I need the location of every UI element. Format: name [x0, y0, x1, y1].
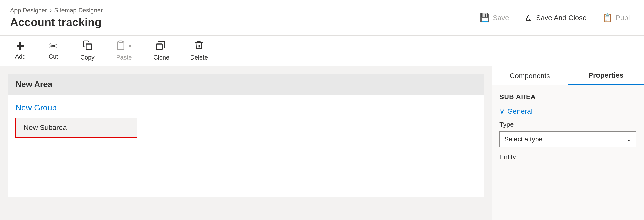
svg-rect-2 [157, 44, 162, 50]
publish-label: Publ [616, 14, 630, 22]
tab-components[interactable]: Components [492, 66, 568, 85]
save-close-icon: 🖨 [525, 13, 533, 22]
paste-button[interactable]: ▼ Paste [111, 39, 137, 63]
group-title[interactable]: New Group [15, 103, 476, 112]
clone-icon [156, 40, 166, 52]
tab-properties-label: Properties [588, 71, 624, 79]
area-header[interactable]: New Area [8, 74, 484, 95]
breadcrumb-part1[interactable]: App Designer [10, 7, 47, 14]
tab-components-label: Components [510, 72, 550, 80]
publish-icon: 📋 [602, 13, 612, 23]
publish-button[interactable]: 📋 Publ [598, 11, 634, 25]
right-panel: Components Properties SUB AREA ∨ General… [492, 66, 644, 220]
paste-icon [116, 40, 126, 52]
save-label: Save [493, 14, 509, 22]
area-title: New Area [15, 80, 52, 89]
cut-label: Cut [49, 53, 58, 60]
copy-label: Copy [80, 54, 95, 61]
tab-properties[interactable]: Properties [568, 66, 644, 85]
subarea-label: New Subarea [24, 124, 67, 131]
type-field-label: Type [499, 121, 636, 128]
general-label: General [507, 107, 533, 115]
save-button[interactable]: 💾 Save [476, 11, 513, 25]
copy-button[interactable]: Copy [76, 39, 99, 63]
subarea-item[interactable]: New Subarea [15, 118, 137, 138]
general-toggle[interactable]: ∨ General [499, 107, 533, 115]
area-body: New Group New Subarea [8, 95, 484, 197]
dropdown-arrow-icon: ⌄ [626, 136, 632, 143]
paste-dropdown-arrow[interactable]: ▼ [127, 43, 132, 49]
page-title: Account tracking [10, 16, 103, 29]
copy-icon [82, 40, 92, 52]
main-content: New Area New Group New Subarea Component… [0, 66, 644, 220]
save-and-close-button[interactable]: 🖨 Save And Close [521, 11, 591, 24]
canvas: New Area New Group New Subarea [0, 66, 492, 220]
breadcrumb: App Designer › Sitemap Designer [10, 7, 103, 14]
header-actions: 💾 Save 🖨 Save And Close 📋 Publ [476, 11, 634, 25]
add-button[interactable]: ✚ Add [10, 39, 30, 62]
svg-rect-0 [86, 44, 92, 50]
clone-label: Clone [153, 54, 169, 61]
save-icon: 💾 [480, 13, 490, 23]
panel-tabs: Components Properties [492, 66, 644, 85]
delete-button[interactable]: Delete [186, 39, 212, 63]
paste-label: Paste [116, 54, 132, 61]
type-dropdown[interactable]: Select a type ⌄ [499, 131, 636, 147]
breadcrumb-part2[interactable]: Sitemap Designer [54, 7, 103, 14]
panel-content: SUB AREA ∨ General Type Select a type ⌄ … [492, 85, 644, 220]
app-header: App Designer › Sitemap Designer Account … [0, 0, 644, 36]
area-container: New Area New Group New Subarea [8, 74, 484, 197]
delete-icon [194, 40, 204, 52]
chevron-down-icon: ∨ [499, 107, 505, 115]
breadcrumb-separator: › [50, 7, 52, 14]
cut-button[interactable]: ✂ Cut [43, 39, 64, 62]
general-group: ∨ General Type Select a type ⌄ Entity [499, 107, 636, 161]
header-left: App Designer › Sitemap Designer Account … [10, 7, 103, 29]
clone-button[interactable]: Clone [149, 39, 174, 63]
add-icon: ✚ [16, 41, 25, 51]
delete-label: Delete [190, 54, 208, 61]
svg-rect-1 [119, 41, 122, 43]
add-label: Add [15, 53, 26, 60]
cut-icon: ✂ [49, 41, 58, 51]
toolbar: ✚ Add ✂ Cut Copy ▼ Paste [0, 36, 644, 66]
section-title: SUB AREA [499, 93, 636, 101]
type-placeholder: Select a type [504, 135, 542, 143]
save-close-label: Save And Close [536, 14, 587, 22]
entity-field-label: Entity [499, 153, 636, 161]
